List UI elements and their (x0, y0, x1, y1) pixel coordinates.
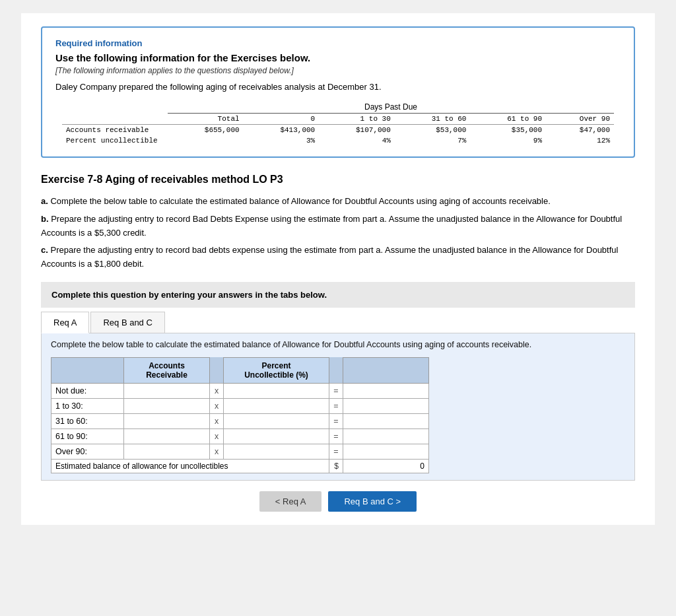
total-label: Estimated balance of allowance for uncol… (51, 459, 329, 473)
equals-1to30: = (329, 398, 343, 413)
req-info-box: Required information Use the following i… (41, 26, 635, 158)
input-row-over90: Over 90: x = (51, 444, 429, 459)
multiply-61to90: x (210, 428, 224, 444)
pct-total (168, 135, 244, 146)
table-header-empty (62, 114, 168, 125)
exercise-part-a: a. Complete the below table to calculate… (41, 195, 635, 209)
row-label-not-due: Not due: (51, 383, 124, 398)
result-over90 (343, 444, 429, 459)
req-info-title: Required information (55, 38, 621, 48)
pct-input-61to90[interactable] (224, 428, 329, 444)
col-header-percent-uncollectible: PercentUncollectible (%) (224, 357, 329, 383)
pct-input-61to90-field[interactable] (228, 431, 294, 442)
exercise-part-b: b. Prepare the adjusting entry to record… (41, 213, 635, 240)
ar-input-over90[interactable] (124, 444, 210, 459)
ar-input-61to90[interactable] (124, 428, 210, 444)
input-row-not-due: Not due: x = (51, 383, 429, 398)
pct-label: Percent uncollectible (62, 135, 168, 146)
col-header-accounts-receivable: AccountsReceivable (124, 357, 210, 383)
result-31to60 (343, 413, 429, 428)
equals-not-due: = (329, 383, 343, 398)
nav-buttons: < Req A Req B and C > (41, 491, 635, 512)
tab-req-a[interactable]: Req A (41, 312, 89, 333)
ar-61to90: $35,000 (470, 125, 546, 136)
req-info-italic: [The following information applies to th… (55, 66, 621, 75)
input-row-31to60: 31 to 60: x = (51, 413, 429, 428)
pct-input-1to30-field[interactable] (228, 401, 294, 411)
ar-input-not-due[interactable] (124, 383, 210, 398)
ar-input-31to60-field[interactable] (128, 416, 194, 427)
ar-31to60: $53,000 (395, 125, 471, 136)
total-value-text: 0 (420, 462, 424, 471)
row-label-61to90: 61 to 90: (51, 428, 124, 444)
table-col-total: Total (168, 114, 244, 125)
pct-over90: 12% (546, 135, 614, 146)
exercise-part-c: c. Prepare the adjusting entry to record… (41, 244, 635, 271)
tab-req-b-and-c[interactable]: Req B and C (90, 312, 164, 333)
days-past-due-header: Days Past Due (168, 101, 614, 114)
ar-label: Accounts receivable (62, 125, 168, 136)
table-row-ar: Accounts receivable $655,000 $413,000 $1… (62, 125, 614, 136)
total-value: 0 (343, 459, 429, 473)
input-row-1to30: 1 to 30: x = (51, 398, 429, 413)
ar-input-over90-field[interactable] (128, 446, 194, 457)
exercise-title: Exercise 7-8 Aging of receivables method… (41, 174, 635, 186)
row-label-1to30: 1 to 30: (51, 398, 124, 413)
pct-1to30: 4% (319, 135, 395, 146)
page-container: Required information Use the following i… (21, 13, 655, 525)
table-col-over90: Over 90 (546, 114, 614, 125)
tab-content-desc: Complete the below table to calculate th… (51, 340, 625, 349)
ar-0: $413,000 (244, 125, 320, 136)
equals-over90: = (329, 444, 343, 459)
col-header-empty (51, 357, 124, 383)
aging-data-table: Days Past Due Total 0 1 to 30 31 to 60 6… (62, 101, 614, 146)
ar-over90: $47,000 (546, 125, 614, 136)
table-col-0: 0 (244, 114, 320, 125)
table-col-61to90: 61 to 90 (470, 114, 546, 125)
row-label-31to60: 31 to 60: (51, 413, 124, 428)
aging-table-wrap: Days Past Due Total 0 1 to 30 31 to 60 6… (62, 101, 614, 146)
input-table: AccountsReceivable PercentUncollectible … (51, 357, 429, 473)
equals-61to90: = (329, 428, 343, 444)
input-row-61to90: 61 to 90: x = (51, 428, 429, 444)
multiply-31to60: x (210, 413, 224, 428)
ar-input-1to30-field[interactable] (128, 401, 194, 411)
pct-61to90: 9% (470, 135, 546, 146)
prev-button[interactable]: < Req A (259, 491, 322, 512)
pct-input-31to60[interactable] (224, 413, 329, 428)
result-1to30 (343, 398, 429, 413)
total-row: Estimated balance of allowance for uncol… (51, 459, 429, 473)
ar-input-31to60[interactable] (124, 413, 210, 428)
ar-input-61to90-field[interactable] (128, 431, 194, 442)
dollar-sign: $ (329, 459, 343, 473)
table-col-1to30: 1 to 30 (319, 114, 395, 125)
exercise-desc: a. Complete the below table to calculate… (41, 195, 635, 271)
pct-input-not-due-field[interactable] (228, 386, 294, 396)
equals-31to60: = (329, 413, 343, 428)
pct-31to60: 7% (395, 135, 471, 146)
table-row-pct: Percent uncollectible 3% 4% 7% 9% 12% (62, 135, 614, 146)
result-61to90 (343, 428, 429, 444)
pct-input-31to60-field[interactable] (228, 416, 294, 427)
complete-question-box: Complete this question by entering your … (41, 282, 635, 308)
pct-input-over90[interactable] (224, 444, 329, 459)
pct-input-not-due[interactable] (224, 383, 329, 398)
result-not-due (343, 383, 429, 398)
table-col-31to60: 31 to 60 (395, 114, 471, 125)
req-info-desc: Daley Company prepared the following agi… (55, 82, 621, 92)
pct-input-1to30[interactable] (224, 398, 329, 413)
req-info-heading: Use the following information for the Ex… (55, 52, 621, 63)
next-button[interactable]: Req B and C > (328, 491, 417, 512)
tab-content-req-a: Complete the below table to calculate th… (41, 333, 635, 481)
multiply-1to30: x (210, 398, 224, 413)
ar-1to30: $107,000 (319, 125, 395, 136)
multiply-not-due: x (210, 383, 224, 398)
pct-0: 3% (244, 135, 320, 146)
row-label-over90: Over 90: (51, 444, 124, 459)
tabs-container: Req A Req B and C (41, 308, 635, 333)
multiply-over90: x (210, 444, 224, 459)
pct-input-over90-field[interactable] (228, 446, 294, 457)
ar-total: $655,000 (168, 125, 244, 136)
ar-input-not-due-field[interactable] (128, 386, 194, 396)
ar-input-1to30[interactable] (124, 398, 210, 413)
